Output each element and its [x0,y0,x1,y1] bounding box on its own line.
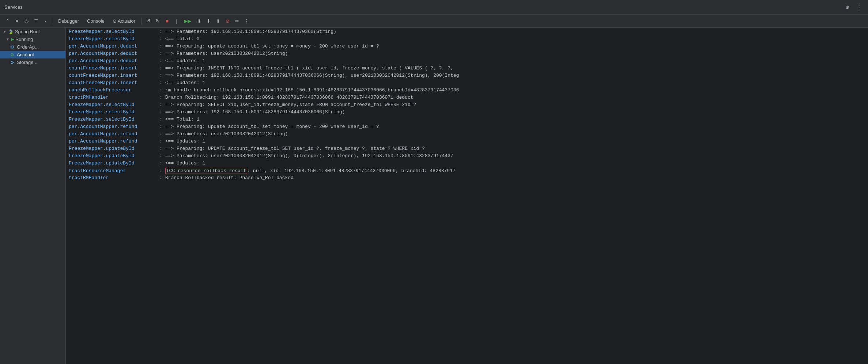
sidebar-item-orderapp[interactable]: ⚙ OrderAp... [0,43,65,51]
log-separator: : [159,168,162,174]
sidebar-running-label: Running [15,37,33,42]
log-separator: : [159,153,162,159]
sidebar-orderapp-label: OrderAp... [17,44,39,50]
log-row: FreezeMapper.updateById : ==> Preparing:… [66,145,868,153]
step-into-button[interactable]: ⬆ [214,16,222,26]
log-separator: : [159,58,162,64]
log-content: <== Updates: 1 [165,160,205,166]
log-content: Branch Rollbacking: 192.168.150.1:8091:4… [165,95,414,100]
chevron-down-icon: ▼ [3,30,7,34]
add-service-button[interactable]: ⊕ [843,3,852,12]
more-options-button[interactable]: ⋮ [854,3,864,12]
log-separator: : [159,87,162,93]
log-content: <== Updates: 1 [165,58,205,64]
log-row: per.AccountMapper.refund : ==> Parameter… [66,131,868,138]
log-content: <== Updates: 1 [165,80,205,86]
log-separator: : [159,80,162,86]
log-separator: : [159,65,162,71]
close-button[interactable]: ✕ [12,16,21,26]
log-row: tractRMHandler : Branch Rollbacking: 192… [66,94,868,102]
chevron-down-icon-running: ▼ [6,37,10,41]
tab-debugger[interactable]: Debugger [54,17,83,25]
log-source: FreezeMapper.updateById [69,153,156,159]
panel-title: Services [4,4,23,10]
main-area: ▼ 🍃 Spring Boot ▼ ▶ Running ⚙ OrderAp...… [0,28,868,364]
log-source: per.AccountMapper.refund [69,131,156,137]
filter-button[interactable]: ⊤ [31,16,40,26]
log-content: ==> Preparing: update account_tbl set mo… [165,43,379,49]
log-source: tractResourceManager [69,168,156,174]
log-source: tractRMHandler [69,95,156,100]
log-row: ranchRollbackProcessor : rm handle branc… [66,87,868,94]
expand-button[interactable]: › [41,16,50,26]
log-content: ==> Parameters: 192.168.150.1:8091:48283… [165,109,345,115]
log-content: ==> Preparing: INSERT INTO account_freez… [165,65,453,71]
log-separator: : [159,160,162,166]
restart-button[interactable]: ↺ [144,16,152,26]
app-container: Services ⊕ ⋮ ⌃ ✕ ◎ ⊤ › Debugger Console … [0,0,868,364]
sidebar: ▼ 🍃 Spring Boot ▼ ▶ Running ⚙ OrderAp...… [0,28,66,364]
title-bar: Services ⊕ ⋮ [0,0,868,15]
sidebar-account-label: Account [17,52,34,57]
mute-button[interactable]: ⊘ [223,16,232,26]
show-service-button[interactable]: ◎ [22,16,31,26]
log-source: FreezeMapper.updateById [69,160,156,166]
log-row: countFreezeMapper.insert : <== Updates: … [66,80,868,87]
tab-actuator[interactable]: ⊙ Actuator [109,17,139,25]
log-row: per.AccountMapper.deduct : ==> Preparing… [66,43,868,50]
sidebar-spring-boot-label: Spring Boot [15,29,40,34]
log-content-highlighted: TCC resource rollback result [165,168,247,174]
log-separator: : [159,29,162,34]
step-over-button[interactable]: ⬇ [204,16,213,26]
log-row: FreezeMapper.selectById : ==> Preparing:… [66,102,868,109]
separator-2 [141,18,141,25]
play-icon: ▶ [11,37,14,42]
log-separator: : [159,51,162,56]
sidebar-item-account[interactable]: ⚙ Account [0,51,65,58]
log-source: countFreezeMapper.insert [69,65,156,71]
log-row: FreezeMapper.updateById : ==> Parameters… [66,153,868,160]
log-separator: : [159,131,162,137]
log-content-rest: : null, xid: 192.168.150.1:8091:48283791… [247,168,456,174]
resume-button[interactable]: ▶▶ [182,16,193,26]
log-source: FreezeMapper.selectById [69,117,156,122]
log-row: FreezeMapper.selectById : <== Total: 0 [66,36,868,43]
gear-icon-account: ⚙ [10,52,15,57]
stop-button[interactable]: ■ [163,16,171,26]
sidebar-item-storage[interactable]: ⚙ Storage... [0,58,65,66]
log-content: <== Total: 1 [165,117,200,122]
more-toolbar-button[interactable]: ⋮ [242,16,251,26]
separator-1 [52,18,52,25]
log-separator: : [159,43,162,49]
rerun-button[interactable]: ↻ [153,16,162,26]
log-source: per.AccountMapper.deduct [69,58,156,64]
log-row: FreezeMapper.selectById : <== Total: 1 [66,116,868,124]
log-source: countFreezeMapper.insert [69,73,156,78]
log-content: ==> Preparing: SELECT xid,user_id,freeze… [165,102,416,107]
separator-play-button[interactable]: | [172,16,181,26]
log-separator: : [159,73,162,78]
log-content: ==> Parameters: user202103032042012(Stri… [165,131,288,137]
log-separator: : [159,95,162,100]
log-row: per.AccountMapper.refund : <== Updates: … [66,138,868,145]
log-row: countFreezeMapper.insert : ==> Preparing… [66,65,868,72]
log-row: countFreezeMapper.insert : ==> Parameter… [66,72,868,80]
spring-boot-icon: 🍃 [8,29,14,34]
sidebar-item-spring-boot[interactable]: ▼ 🍃 Spring Boot [0,28,65,35]
log-source: ranchRollbackProcessor [69,87,156,93]
collapse-all-button[interactable]: ⌃ [3,16,12,26]
log-area[interactable]: FreezeMapper.selectById : ==> Parameters… [66,28,868,364]
pause-button[interactable]: ⏸ [194,16,203,26]
sidebar-storage-label: Storage... [17,60,37,65]
tab-console[interactable]: Console [83,17,108,25]
log-row: FreezeMapper.updateById : <== Updates: 1 [66,160,868,167]
log-content: <== Updates: 1 [165,139,205,144]
sidebar-item-running[interactable]: ▼ ▶ Running [0,35,65,43]
log-source: per.AccountMapper.refund [69,124,156,129]
log-source: FreezeMapper.updateById [69,146,156,151]
log-row: FreezeMapper.selectById : ==> Parameters… [66,109,868,116]
clear-button[interactable]: ✏ [233,16,241,26]
toolbar: ⌃ ✕ ◎ ⊤ › Debugger Console ⊙ Actuator ↺ … [0,15,868,28]
log-source: countFreezeMapper.insert [69,80,156,86]
log-separator: : [159,175,162,181]
